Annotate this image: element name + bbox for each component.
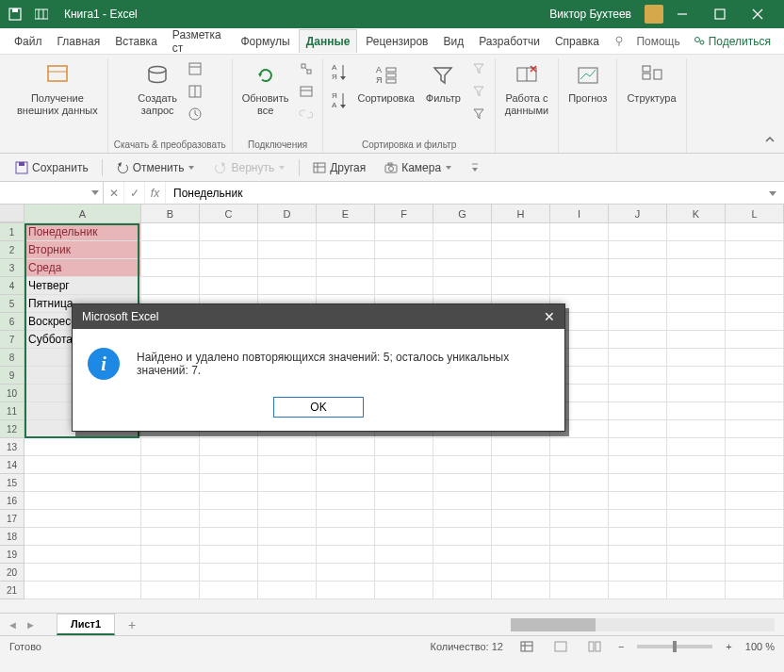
cell[interactable] bbox=[317, 474, 375, 492]
cell[interactable] bbox=[609, 349, 667, 367]
cell[interactable] bbox=[492, 492, 550, 510]
properties-icon[interactable] bbox=[296, 81, 317, 102]
cell[interactable] bbox=[550, 582, 609, 599]
cell[interactable] bbox=[24, 492, 141, 510]
cell[interactable] bbox=[200, 474, 258, 492]
cell[interactable] bbox=[726, 385, 784, 402]
cell[interactable] bbox=[726, 492, 784, 510]
cell[interactable] bbox=[258, 277, 317, 295]
row-header[interactable]: 18 bbox=[0, 528, 24, 546]
cell[interactable] bbox=[609, 223, 667, 241]
cell[interactable] bbox=[375, 277, 433, 295]
cell[interactable] bbox=[550, 474, 609, 492]
cell[interactable] bbox=[258, 582, 317, 599]
cell[interactable] bbox=[609, 367, 667, 385]
cell[interactable] bbox=[258, 223, 317, 241]
cell[interactable] bbox=[492, 528, 550, 546]
cell[interactable] bbox=[726, 438, 784, 456]
cell[interactable] bbox=[667, 546, 726, 564]
cell[interactable] bbox=[550, 528, 609, 546]
cell[interactable]: Понедельник bbox=[24, 223, 141, 241]
cell[interactable] bbox=[24, 456, 141, 474]
cell[interactable]: Среда bbox=[24, 259, 141, 277]
camera-button[interactable]: Камера bbox=[379, 158, 458, 177]
prev-sheet-icon[interactable]: ◄ bbox=[8, 619, 18, 631]
cell[interactable] bbox=[550, 546, 609, 564]
cell[interactable] bbox=[200, 223, 258, 241]
cell[interactable] bbox=[609, 331, 667, 349]
cell[interactable] bbox=[433, 510, 492, 528]
cell[interactable] bbox=[200, 564, 258, 582]
cell[interactable] bbox=[609, 241, 667, 259]
new-query-button[interactable]: Создать запрос bbox=[134, 58, 181, 119]
cell[interactable] bbox=[609, 385, 667, 402]
cell[interactable] bbox=[667, 582, 726, 599]
cell[interactable] bbox=[317, 277, 375, 295]
cell[interactable] bbox=[667, 420, 726, 438]
col-header[interactable]: A bbox=[24, 205, 141, 222]
cell[interactable] bbox=[317, 241, 375, 259]
cell[interactable] bbox=[667, 510, 726, 528]
row-header[interactable]: 10 bbox=[0, 385, 24, 402]
cell[interactable] bbox=[258, 492, 317, 510]
normal-view-icon[interactable] bbox=[516, 638, 537, 655]
get-external-data-button[interactable]: Получение внешних данных bbox=[13, 58, 102, 119]
row-header[interactable]: 21 bbox=[0, 582, 24, 599]
zoom-out-button[interactable]: − bbox=[618, 641, 624, 652]
cell[interactable] bbox=[550, 510, 609, 528]
show-queries-icon[interactable] bbox=[185, 58, 205, 79]
cell[interactable] bbox=[726, 331, 784, 349]
refresh-all-button[interactable]: Обновить все bbox=[238, 58, 293, 119]
row-header[interactable]: 7 bbox=[0, 331, 24, 349]
help-label[interactable]: Помощь bbox=[630, 31, 685, 52]
cell[interactable] bbox=[667, 528, 726, 546]
cell[interactable] bbox=[200, 492, 258, 510]
cell[interactable] bbox=[609, 438, 667, 456]
cell[interactable] bbox=[492, 456, 550, 474]
cell[interactable] bbox=[667, 223, 726, 241]
row-header[interactable]: 9 bbox=[0, 367, 24, 385]
col-header[interactable]: F bbox=[375, 205, 433, 222]
cell[interactable] bbox=[258, 546, 317, 564]
cell[interactable] bbox=[375, 582, 433, 599]
cell[interactable] bbox=[726, 564, 784, 582]
cell[interactable] bbox=[609, 564, 667, 582]
cell[interactable] bbox=[433, 528, 492, 546]
cell[interactable] bbox=[258, 528, 317, 546]
cell[interactable] bbox=[317, 456, 375, 474]
from-table-icon[interactable] bbox=[185, 81, 205, 102]
row-header[interactable]: 4 bbox=[0, 277, 24, 295]
cell[interactable] bbox=[433, 277, 492, 295]
tab-help[interactable]: Справка bbox=[548, 30, 606, 53]
zoom-in-button[interactable]: + bbox=[726, 641, 731, 652]
cell[interactable] bbox=[317, 492, 375, 510]
close-button[interactable] bbox=[739, 0, 776, 28]
sort-za-icon[interactable]: ЯА bbox=[329, 87, 350, 115]
cell[interactable] bbox=[609, 295, 667, 313]
cell[interactable] bbox=[141, 546, 200, 564]
cell[interactable] bbox=[375, 564, 433, 582]
cell[interactable] bbox=[609, 582, 667, 599]
cell[interactable] bbox=[550, 241, 609, 259]
cell[interactable] bbox=[609, 546, 667, 564]
cell[interactable] bbox=[317, 582, 375, 599]
cell[interactable] bbox=[24, 564, 141, 582]
row-header[interactable]: 14 bbox=[0, 456, 24, 474]
tell-me-icon[interactable] bbox=[610, 30, 629, 53]
cell[interactable] bbox=[726, 402, 784, 420]
cell[interactable] bbox=[492, 223, 550, 241]
cell[interactable] bbox=[609, 528, 667, 546]
dialog-close-icon[interactable]: ✕ bbox=[544, 309, 555, 324]
cell[interactable] bbox=[24, 510, 141, 528]
col-header[interactable]: H bbox=[492, 205, 550, 222]
cell[interactable] bbox=[200, 277, 258, 295]
edit-links-icon[interactable] bbox=[296, 104, 317, 124]
select-all-corner[interactable] bbox=[0, 205, 24, 222]
cell[interactable] bbox=[726, 349, 784, 367]
collapse-ribbon-icon[interactable] bbox=[761, 132, 778, 149]
cell[interactable] bbox=[609, 420, 667, 438]
row-header[interactable]: 17 bbox=[0, 510, 24, 528]
col-header[interactable]: K bbox=[667, 205, 726, 222]
cell[interactable] bbox=[258, 438, 317, 456]
cell[interactable] bbox=[667, 295, 726, 313]
